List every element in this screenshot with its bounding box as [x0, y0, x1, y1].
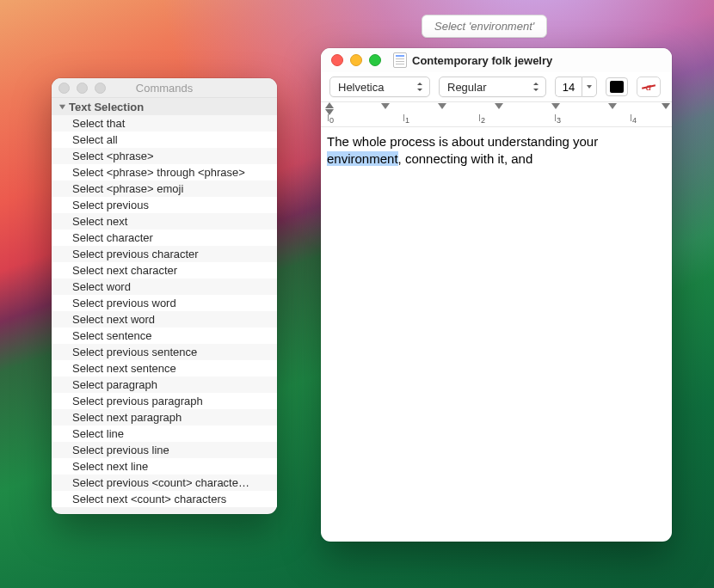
ruler-tick-label: 4 — [632, 116, 637, 125]
tab-stop-marker[interactable] — [495, 103, 503, 109]
chevron-down-icon — [57, 101, 67, 113]
document-text-before: The whole process is about understanding… — [327, 134, 598, 149]
zoom-icon[interactable] — [369, 54, 381, 66]
editor-titlebar[interactable]: Contemporary folk jewelry — [321, 48, 672, 72]
ruler-tick — [479, 114, 480, 121]
text-style-button[interactable]: a — [637, 77, 661, 97]
editor-toolbar: Helvetica Regular 14 — [321, 72, 672, 101]
font-style-value: Regular — [447, 81, 487, 94]
command-item[interactable]: Select all — [52, 132, 277, 148]
font-size-group: 14 — [555, 77, 597, 97]
document-icon — [393, 52, 407, 68]
command-item[interactable]: Select <phrase> — [52, 148, 277, 164]
commands-section-label: Text Selection — [69, 101, 144, 113]
ruler-tick — [631, 114, 631, 121]
svg-marker-0 — [58, 104, 65, 108]
svg-marker-3 — [533, 83, 539, 85]
voice-command-tooltip-text: Select 'environment' — [434, 20, 534, 33]
command-item[interactable]: Select <phrase> emoji — [52, 181, 277, 197]
ruler[interactable]: 01234 — [321, 101, 672, 127]
command-item[interactable]: Select character — [52, 230, 277, 246]
editor-window-title: Contemporary folk jewelry — [412, 54, 552, 67]
commands-section-header[interactable]: Text Selection — [52, 98, 277, 115]
right-indent-marker[interactable] — [662, 103, 670, 109]
ruler-tick — [328, 114, 329, 121]
ruler-tick-label: 0 — [329, 116, 334, 125]
command-item[interactable]: Select that — [52, 115, 277, 132]
updown-arrows-icon — [415, 82, 424, 92]
svg-marker-5 — [587, 85, 592, 89]
first-line-indent-marker[interactable] — [325, 102, 334, 108]
svg-marker-4 — [533, 89, 539, 91]
svg-marker-1 — [417, 83, 422, 85]
command-item[interactable]: Select <phrase> through <phrase> — [52, 164, 277, 181]
tab-stop-marker[interactable] — [608, 103, 617, 109]
voice-command-tooltip: Select 'environment' — [422, 15, 547, 38]
commands-window: Commands Text Selection Select thatSelec… — [52, 78, 277, 514]
ruler-tick-label: 1 — [405, 116, 409, 125]
tab-stop-marker[interactable] — [381, 103, 390, 109]
command-item[interactable]: Select previous character — [52, 246, 277, 262]
tab-stop-marker[interactable] — [438, 103, 446, 109]
svg-marker-2 — [417, 89, 422, 91]
command-item[interactable]: Select previous — [52, 197, 277, 213]
command-item[interactable]: Select next <count> characters — [52, 491, 277, 507]
command-item[interactable]: Select next word — [52, 311, 277, 328]
minimize-icon[interactable] — [350, 54, 362, 66]
traffic-lights-inactive — [58, 83, 106, 94]
font-style-select[interactable]: Regular — [439, 77, 546, 97]
ruler-tick — [403, 114, 404, 121]
updown-arrows-icon — [532, 82, 540, 92]
desktop-background: Select 'environment' Commands Text Selec… — [0, 0, 714, 588]
tab-stop-marker[interactable] — [551, 103, 560, 109]
editor-window: Contemporary folk jewelry Helvetica Regu… — [321, 48, 672, 542]
command-item[interactable]: Select paragraph — [52, 377, 277, 393]
commands-list: Select thatSelect allSelect <phrase>Sele… — [52, 115, 277, 507]
command-item[interactable]: Select next — [52, 213, 277, 230]
command-item[interactable]: Select previous line — [52, 442, 277, 458]
command-item[interactable]: Select sentence — [52, 328, 277, 344]
font-family-value: Helvetica — [338, 81, 384, 94]
command-item[interactable]: Select next sentence — [52, 360, 277, 377]
traffic-lights-active — [331, 54, 381, 66]
command-item[interactable]: Select previous sentence — [52, 344, 277, 360]
command-item[interactable]: Select word — [52, 279, 277, 295]
command-item[interactable]: Select previous <count> characte… — [52, 475, 277, 491]
document-body[interactable]: The whole process is about understanding… — [321, 127, 672, 173]
color-swatch-icon — [610, 81, 624, 93]
minimize-icon[interactable] — [77, 83, 88, 94]
ruler-tick-label: 2 — [481, 116, 485, 125]
command-item[interactable]: Select next line — [52, 458, 277, 475]
command-item[interactable]: Select next paragraph — [52, 409, 277, 426]
command-item[interactable]: Select previous paragraph — [52, 393, 277, 409]
commands-titlebar[interactable]: Commands — [52, 78, 277, 98]
close-icon[interactable] — [58, 83, 70, 94]
font-family-select[interactable]: Helvetica — [329, 77, 430, 97]
ruler-tick — [555, 114, 556, 121]
document-text-selected: environment — [327, 151, 398, 166]
ruler-tick-label: 3 — [557, 116, 561, 125]
text-color-button[interactable] — [606, 77, 628, 96]
command-item[interactable]: Select line — [52, 426, 277, 442]
close-icon[interactable] — [331, 54, 343, 66]
font-size-value: 14 — [563, 81, 575, 94]
command-item[interactable]: Select next character — [52, 262, 277, 279]
command-item[interactable]: Select previous word — [52, 295, 277, 311]
document-text-after: , connecting with it, and — [398, 151, 533, 166]
font-size-input[interactable]: 14 — [555, 77, 582, 97]
font-size-stepper[interactable] — [582, 77, 597, 97]
zoom-icon[interactable] — [95, 83, 106, 94]
